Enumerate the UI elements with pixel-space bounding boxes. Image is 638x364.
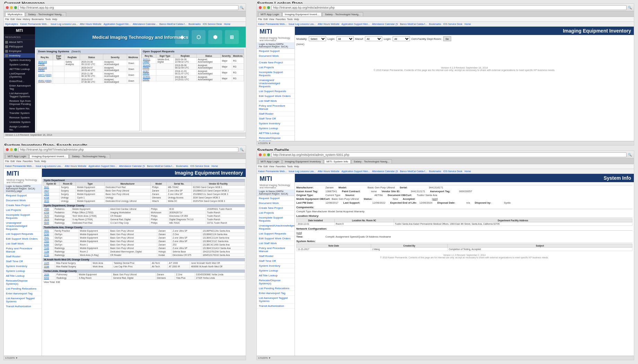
bm-q2-after[interactable]: After Hours Website [318,23,340,25]
bookmark-myanalytics[interactable]: MyAnalytics [5,23,18,25]
sys-link[interactable]: 7686 [44,208,49,210]
sys-link[interactable]: 1620 [44,273,49,276]
q4-nav-policy[interactable]: Policy and Procedure Manual [257,246,295,254]
rreq-link-4[interactable]: 443561 (0000) [143,76,150,81]
bm-q4-app[interactable]: Application Support Men... [341,170,370,172]
bookmark-banco[interactable]: Banco MedCal Calida-f... [159,23,186,25]
bm-q4-attendance[interactable]: Attendance Calendar (S [372,170,398,172]
q3-nav-relocate[interactable]: Relocate/Dispose System(s) [4,278,42,286]
q4-nav-list-support[interactable]: List Support Requests [257,231,295,236]
rreq-link-2[interactable]: 503445 (0000) [143,64,150,69]
history-menu[interactable]: History [23,18,30,20]
login-select[interactable]: All [337,36,354,41]
min-btn[interactable] [10,6,13,9]
tools-menu[interactable]: Tools [45,18,51,20]
rreq-link-1[interactable]: 500521 (1082) [143,58,150,63]
sys-link[interactable]: 4709 [44,211,49,214]
bookmark-app-support[interactable]: Application Support Me... [104,23,131,25]
favorites-menu-q2[interactable]: Favorites [276,18,286,20]
q2-nav-staff-roster[interactable]: Staff Roster [257,112,295,116]
sys-link[interactable]: 7249 [44,247,49,249]
value-network[interactable]: [add] [296,231,302,234]
bookmark-attendance[interactable]: Attendance Calendar... [133,23,157,25]
file-menu-q4[interactable]: File [258,165,262,168]
sidebar-item-inventory[interactable]: Inventory [4,53,35,58]
q4-nav-document[interactable]: Document Work [257,201,295,206]
q3-nav-aetitle[interactable]: AETitle Lookup [4,274,42,278]
tab-q2-2[interactable]: Imaging Equipment Invent... [282,12,322,16]
q3-nav-lookup[interactable]: System Lookup [4,269,42,274]
q4-nav-create[interactable]: Create New Project [257,206,295,211]
bm-q2-home[interactable]: Home [464,23,471,25]
q4-nav-transit[interactable]: Transit Authorization [257,304,295,309]
tab-q4-2[interactable]: Imaging Equipment Inventory [282,159,323,163]
q4-nav-edit-support[interactable]: Edit Support Work Orders [257,236,295,241]
go-button[interactable]: Go [443,36,451,41]
rreq-link-3[interactable]: 44387 (0000) [143,70,149,75]
address-bar-q3[interactable]: http://intranet.kp.org/MITI/mets/adminis… [18,147,238,152]
tools-menu-q4[interactable]: Tools [287,165,292,168]
tab-q2-1[interactable]: MITI App Login [258,12,282,16]
q3-nav-list-aanvexport[interactable]: List Aanvexport Tagged Systems [4,296,42,304]
q2-nav-system-inventory[interactable]: System Inventory [257,121,295,126]
sys-link[interactable]: 7670 [44,215,49,217]
bm-q3-attendance[interactable]: Attendance Calendar (S [119,165,145,167]
edit-menu-q2[interactable]: Edit [263,18,268,20]
bm-q2-banco[interactable]: Banco MedCal Calida-f... [400,23,427,25]
q3-nav-list-support[interactable]: List Support Requests [4,232,42,237]
bookmarks-menu[interactable]: Bookmarks [32,18,44,20]
q3-nav-pending[interactable]: List Pending Relocations [4,286,42,291]
bm-q3-banco[interactable]: Banco MedCal Calida-f... [147,165,174,167]
bm-q3-home[interactable]: Home [211,165,218,167]
bm-q3-app[interactable]: Application Support Men... [88,165,117,167]
bm-q4-after[interactable]: After Hours Website [318,170,340,172]
help-menu-q3[interactable]: Help [41,160,46,162]
sys-link[interactable]: 8350 [44,243,49,246]
edit-menu[interactable]: Edit [10,18,15,20]
tools-menu-q2[interactable]: Tools [287,18,292,20]
sidebar-item-aetitle[interactable]: AETTitle Lookup [8,67,35,71]
q3-nav-roster[interactable]: Staff Roster [4,254,42,259]
close-btn-q3[interactable] [6,148,9,151]
help-menu[interactable]: Help [52,18,57,20]
modality-select[interactable]: SelectAll [309,36,326,41]
q3-nav-policy[interactable]: Policy and Procedure Manual [4,246,42,254]
sys-link[interactable]: 7670 [44,218,49,221]
q2-nav-edit-support[interactable]: Edit Support Work Orders [257,94,295,99]
q3-nav-document[interactable]: Document Work [4,198,42,203]
max-btn-q4[interactable] [267,153,270,156]
bm-q3-bookmarks[interactable]: Bookmarks [176,165,188,167]
q2-nav-system-lookup[interactable]: System Lookup [257,126,295,131]
address-bar-q1[interactable]: http://intranet.app.kp.org [18,5,238,10]
q2-nav-list-projects[interactable]: List Projects [257,65,295,70]
req-link-1[interactable]: 3839193 (1534) [38,61,47,65]
tab-q4-3[interactable]: MITI: System Info [324,159,351,163]
q4-nav-pending[interactable]: List Pending Relocations [257,286,295,291]
q3-nav-unassigned[interactable]: Unassigned/ Unacknowledged Requests [4,221,42,232]
help-menu-q2[interactable]: Help [294,18,299,20]
q2-nav-policy[interactable]: Policy and Procedure Manual [257,104,295,112]
req-link-2[interactable]: 3413100 (0000) [38,66,47,71]
sidebar-item-enter-tag[interactable]: Enter Aanvexport Tag [8,83,35,91]
sidebar-item-system-lookup[interactable]: System Lookup [8,62,35,67]
sys-link[interactable]: 1425 [44,262,49,264]
view-menu[interactable]: View [16,18,21,20]
sys-link[interactable]: 5845 [44,222,49,224]
edit-menu-q4[interactable]: Edit [263,165,268,168]
sidebar-item-assign-location[interactable]: Assign Location No. [8,124,35,132]
q2-nav-create-project[interactable]: Create New Project [257,60,295,65]
tab-q2-3[interactable]: Salary - Technologist Navig... [322,12,363,16]
q2-nav-relocate[interactable]: Relocate/Dispose System(s) [257,136,295,141]
q4-nav-list-staff[interactable]: List Staff Work [257,241,295,246]
q4-nav-request[interactable]: Request Support [257,196,295,201]
q3-nav-list-projects[interactable]: List Projects [4,208,42,213]
bookmark-issue-log[interactable]: Issue Log Lessons Lea... [51,23,78,25]
sys-link[interactable]: 7605 [44,193,49,195]
max-btn[interactable] [14,6,17,9]
favorites-menu-q3[interactable]: Favorites [23,160,33,162]
bm-q2-issue[interactable]: Issue Log Lessons Lea... [289,23,316,25]
sys-link[interactable]: 3641 [44,186,49,188]
sidebar-item-undelete[interactable]: Undelete System [8,120,35,124]
tab-q3-3[interactable]: Salary - Technologist Navig... [69,154,110,158]
q3-nav-edit-support[interactable]: Edit Support Work Orders [4,237,42,241]
